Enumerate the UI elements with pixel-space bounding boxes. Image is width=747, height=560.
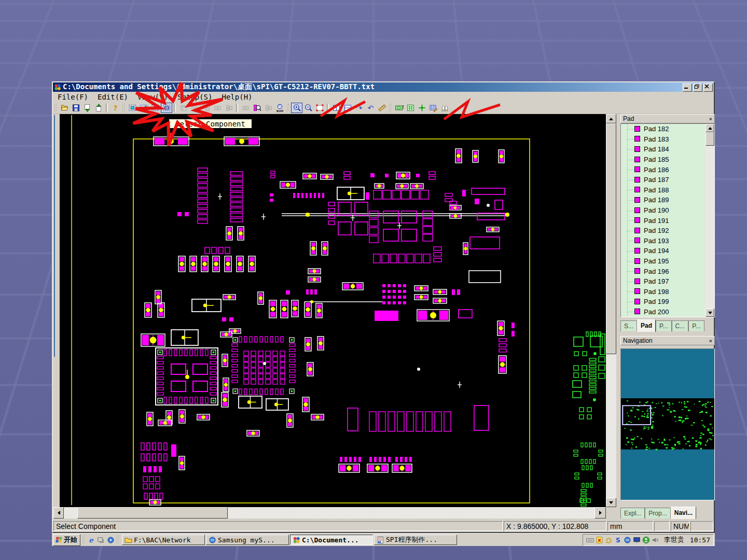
pad-list-item[interactable]: Pad 194	[621, 246, 714, 256]
gloves-button[interactable]	[439, 103, 450, 113]
scroll-up-button[interactable]	[606, 114, 616, 123]
menu-item-edite[interactable]: Edit(E)	[93, 93, 133, 101]
import-button[interactable]	[81, 103, 93, 113]
horizontal-scroll-thumb[interactable]	[77, 507, 228, 519]
toolbar-handle[interactable]	[287, 104, 289, 112]
pad-list-item[interactable]: Pad 186	[621, 164, 714, 175]
taskbar-button[interactable]: F:\BAC\Network	[122, 535, 205, 545]
canvas-vertical-scrollbar[interactable]	[606, 114, 616, 507]
navigation-tab-navi[interactable]: Navi...	[671, 507, 696, 519]
taskbar-button[interactable]: C:\Document...	[290, 535, 373, 545]
pad-list-item[interactable]: Pad 192	[621, 226, 714, 236]
canvas-horizontal-scrollbar[interactable]	[53, 507, 606, 519]
taskbar-button[interactable]: mSamsung myS...	[206, 535, 289, 545]
navigation-panel-close-icon[interactable]: ×	[709, 338, 712, 344]
pad-panel-titlebar[interactable]: Pad ×	[620, 114, 715, 123]
tray-messenger-icon[interactable]: S	[614, 536, 622, 544]
tray-user-icon[interactable]	[642, 536, 650, 544]
pad-list-item[interactable]: Pad 185	[621, 155, 714, 165]
pad-panel-tab-p[interactable]: P...	[688, 320, 704, 331]
pad-scroll-down-button[interactable]	[706, 309, 714, 317]
pad-list-item[interactable]: Pad 197	[621, 276, 714, 287]
zoom-in-button[interactable]	[291, 103, 302, 113]
toolbar-handle[interactable]	[54, 104, 57, 112]
pad-list-item[interactable]: Pad 182	[621, 124, 714, 134]
zoom-out-button[interactable]	[302, 103, 314, 113]
pad-list-item[interactable]: Pad 193	[621, 236, 714, 246]
title-bar[interactable]: C:\Documents and Settings\Administrator\…	[53, 82, 714, 92]
pad-list-item[interactable]: Pad 188	[621, 185, 714, 195]
select-board-button[interactable]	[127, 103, 138, 113]
pads-view-button[interactable]	[405, 103, 416, 113]
menu-item-helph[interactable]: Help(H)	[217, 93, 257, 101]
pad-list-item[interactable]: Pad 200	[621, 307, 714, 317]
taskbar-button[interactable]: SPI程序制作...	[374, 535, 457, 545]
navigation-tab-expl[interactable]: Expl...	[620, 508, 645, 519]
undo-button[interactable]: ↶	[365, 103, 376, 113]
pad-list-item[interactable]: Pad 196	[621, 266, 714, 276]
pad-list[interactable]: Pad 182Pad 183Pad 184Pad 185Pad 186Pad 1…	[620, 123, 715, 317]
toolbar-handle[interactable]	[122, 104, 125, 112]
origin-button[interactable]	[416, 103, 427, 113]
split-horizontal-button[interactable]	[342, 103, 353, 113]
restore-button[interactable]	[693, 83, 702, 92]
open-button[interactable]	[59, 103, 70, 113]
pad-panel-tab-pad[interactable]: Pad	[637, 319, 656, 332]
pad-panel-close-icon[interactable]: ×	[709, 116, 712, 122]
help-button[interactable]: ?	[109, 103, 121, 113]
pad-panel-tab-p[interactable]: P...	[656, 320, 671, 331]
scroll-right-button[interactable]	[594, 507, 606, 519]
select-pad-button[interactable]	[149, 103, 161, 113]
menu-item-filef[interactable]: File(F)	[53, 93, 93, 101]
start-button[interactable]: 开始	[53, 534, 80, 546]
quicklaunch-media-player-icon[interactable]	[107, 536, 115, 544]
pad-scroll-up-button[interactable]	[706, 124, 714, 132]
grid-edit-button[interactable]	[427, 103, 439, 113]
pad-list-item[interactable]: Pad 199	[621, 297, 714, 307]
menu-item-setups[interactable]: Setup(S)	[173, 93, 217, 101]
select-net-button[interactable]	[138, 103, 149, 113]
split-vertical-button[interactable]	[330, 103, 342, 113]
pad-panel-tab-c[interactable]: C...	[672, 320, 689, 331]
tray-notes-icon[interactable]	[596, 536, 603, 544]
pad-list-item[interactable]: Pad 191	[621, 215, 714, 226]
quicklaunch-show-desktop-icon[interactable]	[97, 536, 105, 544]
quicklaunch-handle[interactable]	[82, 536, 85, 544]
tray-display-icon[interactable]	[633, 536, 641, 544]
pad-panel-tab-s[interactable]: S...	[620, 320, 637, 331]
currency-button[interactable]: !	[393, 103, 405, 113]
pad-list-item[interactable]: Pad 184	[621, 144, 714, 155]
select-component-button[interactable]	[161, 103, 172, 113]
pad-list-item[interactable]: Pad 183	[621, 134, 714, 145]
pcb-canvas[interactable]	[60, 114, 606, 507]
scroll-left-button[interactable]	[53, 507, 64, 519]
scroll-down-button[interactable]	[606, 498, 616, 507]
pad-list-scrollbar[interactable]	[706, 124, 714, 317]
toolbar-handle[interactable]	[389, 104, 392, 112]
menu-item-viewv[interactable]: View(V)	[133, 93, 173, 101]
pad-list-item[interactable]: Pad 190	[621, 205, 714, 216]
navigation-tab-prop[interactable]: Prop...	[645, 508, 670, 519]
zoom-fit-button[interactable]	[314, 103, 325, 113]
navigation-preview[interactable]	[620, 348, 715, 500]
bom-button[interactable]: BOM	[274, 103, 285, 113]
tray-clock[interactable]: 10:57	[690, 536, 710, 544]
close-button[interactable]	[703, 83, 713, 92]
tray-sync-icon[interactable]	[605, 536, 613, 544]
pad-list-item[interactable]: Pad 195	[621, 256, 714, 267]
pad-list-item[interactable]: Pad 198	[621, 287, 714, 297]
pad-scroll-thumb[interactable]	[706, 132, 714, 146]
tray-volume-icon[interactable]	[652, 536, 659, 544]
tray-netmeeting-icon[interactable]: m	[624, 536, 631, 544]
find-pad-button[interactable]	[251, 103, 262, 113]
save-button[interactable]	[70, 103, 81, 113]
pad-list-item[interactable]: Pad 189	[621, 195, 714, 205]
navigation-panel-titlebar[interactable]: Navigation ×	[620, 336, 715, 345]
export-button[interactable]	[93, 103, 104, 113]
redo-button[interactable]: ↷	[353, 103, 365, 113]
measure-button[interactable]	[376, 103, 388, 113]
taskbar-handle[interactable]	[117, 536, 119, 544]
pad-list-item[interactable]: Pad 187	[621, 175, 714, 185]
vertical-scroll-thumb[interactable]	[606, 123, 616, 354]
minimize-button[interactable]	[683, 83, 692, 92]
